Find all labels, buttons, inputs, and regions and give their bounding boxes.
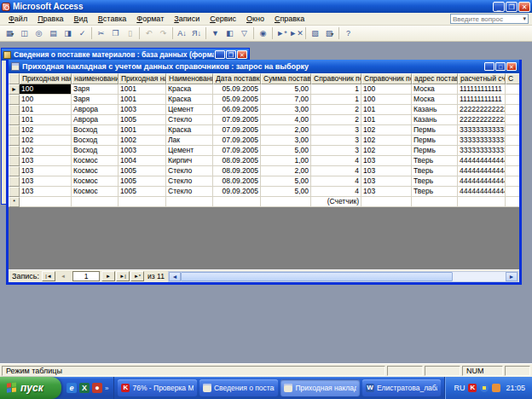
table-cell[interactable]: Космос xyxy=(72,166,119,176)
table-cell[interactable]: 111111111111 xyxy=(458,84,506,95)
print-preview-button[interactable]: ◨ xyxy=(61,26,75,40)
db-minimize-button[interactable]: _ xyxy=(215,50,225,59)
table-cell[interactable]: 102 xyxy=(20,125,72,136)
table-cell[interactable]: Краска xyxy=(166,84,213,95)
table-cell[interactable]: 4 xyxy=(311,166,361,176)
redo-button[interactable]: ↷ xyxy=(156,26,171,40)
table-cell[interactable] xyxy=(20,197,72,207)
table-cell[interactable]: 444444444444 xyxy=(458,176,506,187)
table-cell[interactable]: 4 xyxy=(311,176,361,187)
table-cell[interactable]: Тверь xyxy=(412,166,458,176)
table-cell[interactable] xyxy=(506,146,519,156)
new-record-button[interactable]: ►* xyxy=(130,271,144,281)
kaspersky-tray-icon[interactable]: K xyxy=(468,384,477,392)
new-record-button[interactable]: ►* xyxy=(275,26,289,40)
column-header[interactable]: Справочник по xyxy=(311,73,361,84)
table-cell[interactable]: 2 xyxy=(311,105,361,115)
table-cell[interactable]: 07.09.2005 xyxy=(213,125,261,136)
table-cell[interactable]: 06.09.2005 xyxy=(213,105,261,115)
menu-item-4[interactable]: Формат xyxy=(131,14,169,23)
record-selector[interactable] xyxy=(9,95,20,105)
sort-descending-button[interactable]: Я↓ xyxy=(189,26,204,40)
table-cell[interactable] xyxy=(166,197,213,207)
table-cell[interactable]: 222222222222 xyxy=(458,105,506,115)
cut-button[interactable]: ✂ xyxy=(94,26,108,40)
new-record-selector[interactable]: * xyxy=(9,197,20,207)
table-cell[interactable]: 3,00 xyxy=(261,136,311,146)
database-window-titlebar[interactable]: Сведения о поставке материалов : база да… xyxy=(2,49,249,61)
quick-launch-expander-icon[interactable]: » xyxy=(105,385,108,392)
table-cell[interactable]: 09.09.2005 xyxy=(213,187,261,197)
record-selector[interactable] xyxy=(9,105,20,115)
table-cell[interactable]: 103 xyxy=(20,187,72,197)
table-cell[interactable] xyxy=(458,197,506,207)
find-button[interactable]: ◉ xyxy=(256,26,270,40)
table-cell[interactable]: Лак xyxy=(166,136,213,146)
table-cell[interactable]: 102 xyxy=(361,125,412,136)
chevron-down-icon[interactable]: ▾ xyxy=(11,31,14,37)
table-cell[interactable]: 100 xyxy=(20,84,72,95)
table-cell[interactable]: Цемент xyxy=(166,146,213,156)
table-cell[interactable] xyxy=(361,197,412,207)
filter-by-form-button[interactable]: ◧ xyxy=(223,26,237,40)
taskbar-task[interactable]: K76% - Проверка Мо... xyxy=(118,379,197,396)
taskbar-task[interactable]: Сведения о поставк... xyxy=(200,379,279,396)
table-cell[interactable]: 4 xyxy=(311,187,361,197)
table-cell[interactable] xyxy=(506,95,519,105)
record-selector[interactable] xyxy=(9,115,20,125)
menu-item-1[interactable]: Правка xyxy=(32,14,68,23)
filter-by-selection-button[interactable]: ▼ xyxy=(208,26,223,40)
menu-item-5[interactable]: Записи xyxy=(169,14,205,23)
table-cell[interactable] xyxy=(506,105,519,115)
table-cell[interactable]: 444444444444 xyxy=(458,187,506,197)
table-cell[interactable]: 103 xyxy=(20,156,72,166)
table-cell[interactable]: 05.09.2005 xyxy=(213,95,261,105)
table-cell[interactable]: 100 xyxy=(20,95,72,105)
query-maximize-button[interactable]: □ xyxy=(495,62,506,71)
table-cell[interactable]: Стекло xyxy=(166,115,213,125)
table-cell[interactable]: Тверь xyxy=(412,187,458,197)
save-button[interactable]: ◫ xyxy=(17,26,32,40)
new-object-button[interactable]: ▨▾ xyxy=(322,26,337,40)
table-cell[interactable]: Цемент xyxy=(166,105,213,115)
menu-item-6[interactable]: Сервис xyxy=(205,14,241,23)
table-cell[interactable] xyxy=(506,115,519,125)
menu-item-3[interactable]: Вставка xyxy=(93,14,131,23)
table-cell[interactable]: 444444444444 xyxy=(458,166,506,176)
table-cell[interactable]: Стекло xyxy=(166,187,213,197)
scroll-left-icon[interactable]: ◄ xyxy=(169,272,181,281)
chevron-down-icon[interactable]: ▾ xyxy=(523,15,526,22)
scroll-right-icon[interactable]: ► xyxy=(506,272,518,281)
table-cell[interactable]: 222222222222 xyxy=(458,115,506,125)
table-cell[interactable]: Тверь xyxy=(412,176,458,187)
table-cell[interactable]: 1005 xyxy=(119,187,166,197)
apply-filter-button[interactable]: ▽ xyxy=(237,26,252,40)
internet-explorer-icon[interactable]: e xyxy=(66,383,77,393)
chevron-down-icon[interactable]: ▾ xyxy=(331,31,333,37)
table-cell[interactable]: 1,00 xyxy=(261,156,311,166)
table-cell[interactable]: 102 xyxy=(20,146,72,156)
table-cell[interactable]: 333333333333 xyxy=(458,136,506,146)
first-record-button[interactable]: |◄ xyxy=(42,271,55,281)
table-cell[interactable] xyxy=(506,156,519,166)
table-cell[interactable]: 101 xyxy=(20,115,72,125)
table-cell[interactable]: 103 xyxy=(361,176,412,187)
table-cell[interactable]: Аврора xyxy=(72,105,119,115)
table-cell[interactable]: 333333333333 xyxy=(458,125,506,136)
column-header[interactable]: Приходная нак xyxy=(119,73,166,84)
menu-item-7[interactable]: Окно xyxy=(241,14,269,23)
table-cell[interactable]: Тверь xyxy=(412,156,458,166)
query-close-button[interactable]: ✕ xyxy=(506,62,517,71)
table-cell[interactable]: 1001 xyxy=(119,125,166,136)
file-search-button[interactable]: ◎ xyxy=(32,26,46,40)
record-selector[interactable] xyxy=(9,156,20,166)
table-cell[interactable]: 1003 xyxy=(119,105,166,115)
table-cell[interactable]: 08.09.2005 xyxy=(213,176,261,187)
table-cell[interactable]: Аврора xyxy=(72,115,119,125)
table-cell[interactable]: 4,00 xyxy=(261,115,311,125)
select-all-corner[interactable] xyxy=(9,73,20,84)
record-selector[interactable] xyxy=(9,136,20,146)
table-cell[interactable]: 1002 xyxy=(119,136,166,146)
table-cell[interactable]: Космос xyxy=(72,187,119,197)
spelling-button[interactable]: ✓ xyxy=(75,26,90,40)
